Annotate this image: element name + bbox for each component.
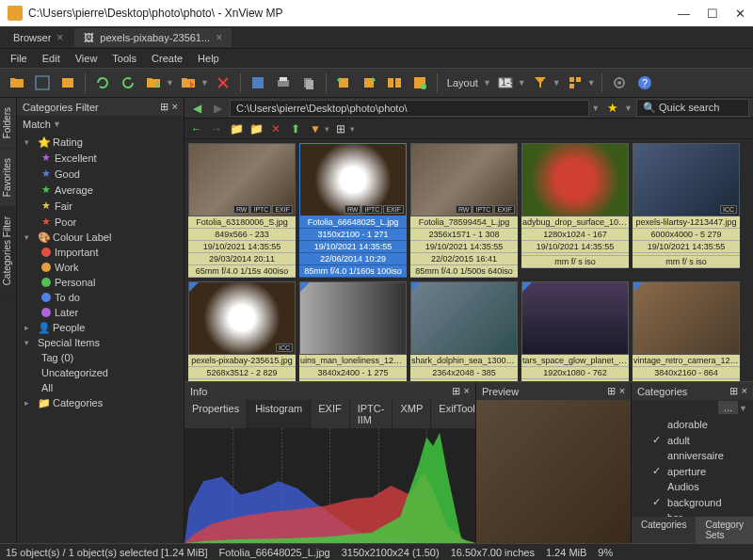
category-item[interactable]: bar xyxy=(633,510,751,517)
menu-tools[interactable]: Tools xyxy=(105,51,143,66)
vtab-folders[interactable]: Folders xyxy=(0,98,16,148)
settings-button[interactable] xyxy=(608,72,631,94)
chevron-down-icon[interactable]: ▼ xyxy=(200,78,209,88)
menu-create[interactable]: Create xyxy=(145,51,189,66)
forward-button[interactable]: ▶ xyxy=(209,100,226,117)
tree-item[interactable]: ★Excellent xyxy=(17,150,184,166)
tree-item[interactable]: ★Good xyxy=(17,166,184,182)
thumbnail-card[interactable]: ICCpexels-pixabay-235615.jpg5268x3512 - … xyxy=(188,281,296,381)
info-tab-properties[interactable]: Properties xyxy=(184,400,248,428)
reload-button[interactable] xyxy=(117,72,139,94)
help-button[interactable]: ? xyxy=(633,72,656,94)
chevron-down-icon[interactable]: ▼ xyxy=(553,78,561,88)
thumbnail-card[interactable]: RWIPTCEXIFFotolia_63180006_S.jpg849x566 … xyxy=(188,143,296,278)
open-folder-button[interactable] xyxy=(6,72,28,94)
panel-close-icon[interactable]: × xyxy=(172,101,178,113)
info-tab-exif[interactable]: EXIF xyxy=(311,400,349,428)
tree-item[interactable]: ▸👤People xyxy=(17,320,184,335)
tree-item[interactable]: Uncategorized xyxy=(17,365,184,380)
favorite-button[interactable]: ★ xyxy=(603,101,622,115)
category-item[interactable]: ✓background xyxy=(633,494,751,510)
chevron-down-icon[interactable]: ▼ xyxy=(166,78,174,88)
tree-item[interactable]: ▾🎨Colour Label xyxy=(17,230,184,245)
cancel-button[interactable]: ✕ xyxy=(267,120,284,137)
back-button[interactable]: ◀ xyxy=(188,100,205,117)
chevron-down-icon[interactable]: ▼ xyxy=(591,104,600,113)
new-folder-button[interactable]: 📁 xyxy=(248,120,264,137)
panel-menu-icon[interactable]: ⊞ xyxy=(160,101,168,113)
panel-menu-icon[interactable]: ⊞ xyxy=(607,385,616,397)
thumbnail-size-button[interactable]: 1-5 xyxy=(494,72,517,94)
print-button[interactable] xyxy=(272,72,295,94)
panel-menu-icon[interactable]: ⊞ xyxy=(729,385,738,397)
view-mode-button[interactable] xyxy=(564,72,586,94)
delete-button[interactable] xyxy=(212,72,234,94)
chevron-down-icon[interactable]: ▼ xyxy=(483,78,491,88)
tree-item[interactable]: To do xyxy=(17,290,184,305)
panel-close-icon[interactable]: × xyxy=(742,385,747,397)
tree-item[interactable]: Personal xyxy=(17,275,184,290)
close-icon[interactable]: × xyxy=(216,31,222,44)
chevron-down-icon[interactable]: ▾ xyxy=(325,124,329,134)
thumbnail-card[interactable]: adybug_drop_surface_1062...1280x1024 - 1… xyxy=(521,143,629,278)
match-dropdown[interactable]: Match ▼ xyxy=(17,116,184,133)
close-icon[interactable]: × xyxy=(56,31,63,44)
refresh-button[interactable] xyxy=(91,72,114,94)
info-tab-xmp[interactable]: XMP xyxy=(393,400,431,428)
tab-categories[interactable]: Categories xyxy=(632,517,696,543)
tree-item[interactable]: Important xyxy=(17,245,184,260)
panel-close-icon[interactable]: × xyxy=(464,385,470,397)
menu-view[interactable]: View xyxy=(69,51,104,66)
vtab-categories-filter[interactable]: Categories Filter xyxy=(0,207,16,295)
tree-item[interactable]: ▸📁Categories xyxy=(17,395,184,410)
tree-item[interactable]: All xyxy=(17,380,184,395)
copy-button[interactable] xyxy=(297,72,320,94)
tree-item[interactable]: ★Poor xyxy=(17,214,184,230)
menu-edit[interactable]: Edit xyxy=(36,51,67,66)
tab-image[interactable]: 🖼 pexels-pixabay-23561... × xyxy=(74,28,232,47)
fullscreen-button[interactable] xyxy=(31,72,54,94)
category-item[interactable]: Audios xyxy=(633,479,751,494)
menu-help[interactable]: Help xyxy=(191,51,226,66)
chevron-down-icon[interactable]: ▼ xyxy=(624,104,633,113)
thumbnail-card[interactable]: RWIPTCEXIFFotolia_66648025_L.jpg3150x210… xyxy=(299,143,407,278)
thumbnail-card[interactable]: vintage_retro_camera_1265...3840x2160 - … xyxy=(633,281,740,381)
search-input[interactable]: 🔍 Quick search xyxy=(636,99,749,117)
slideshow-button[interactable] xyxy=(56,72,79,94)
move-to-button[interactable] xyxy=(177,72,200,94)
tree-item[interactable]: ★Average xyxy=(17,182,184,198)
menu-file[interactable]: File xyxy=(4,51,34,66)
tree-item[interactable]: Later xyxy=(17,305,184,320)
info-tab-histogram[interactable]: Histogram xyxy=(248,400,311,428)
category-item[interactable]: adorable xyxy=(633,417,751,432)
more-button[interactable]: ... xyxy=(718,401,738,414)
tree-item[interactable]: ▾Special Items xyxy=(17,335,184,350)
chevron-down-icon[interactable]: ▼ xyxy=(739,404,747,413)
rotate-right-button[interactable] xyxy=(358,72,380,94)
thumbnail-card[interactable]: ICCpexels-lilartsy-1213447.jpg6000x4000 … xyxy=(633,143,740,278)
tab-browser[interactable]: Browser × xyxy=(4,28,72,47)
nav-back-button[interactable]: ← xyxy=(188,120,205,137)
copy-to-button[interactable] xyxy=(142,72,165,94)
close-button[interactable]: ✕ xyxy=(735,7,745,21)
filter-button[interactable]: ▼ xyxy=(307,120,324,137)
minimize-button[interactable]: — xyxy=(678,7,690,21)
tree-item[interactable]: Tag (0) xyxy=(17,350,184,365)
thumbnail-card[interactable]: shark_dolphin_sea_130036...2364x2048 - 3… xyxy=(410,281,518,381)
tree-item[interactable]: ▾⭐Rating xyxy=(17,135,184,150)
convert-button[interactable] xyxy=(409,72,431,94)
tree-item[interactable]: ★Fair xyxy=(17,198,184,214)
panel-close-icon[interactable]: × xyxy=(619,385,625,397)
chevron-down-icon[interactable]: ▼ xyxy=(518,78,526,88)
folder-icon[interactable]: 📁 xyxy=(228,120,245,137)
compare-button[interactable] xyxy=(383,72,406,94)
category-item[interactable]: anniversaire xyxy=(633,448,751,463)
nav-forward-button[interactable]: → xyxy=(208,120,225,137)
thumbnail-card[interactable]: RWIPTCEXIFFotolia_78599454_L.jpg2356x157… xyxy=(410,143,518,278)
thumbnail-card[interactable]: uins_man_loneliness_12427...3840x2400 - … xyxy=(299,281,407,381)
sort-button[interactable] xyxy=(529,72,552,94)
tree-item[interactable]: Work xyxy=(17,260,184,275)
grid-button[interactable]: ⊞ xyxy=(332,120,349,137)
save-button[interactable] xyxy=(247,72,269,94)
chevron-down-icon[interactable]: ▾ xyxy=(350,124,355,134)
